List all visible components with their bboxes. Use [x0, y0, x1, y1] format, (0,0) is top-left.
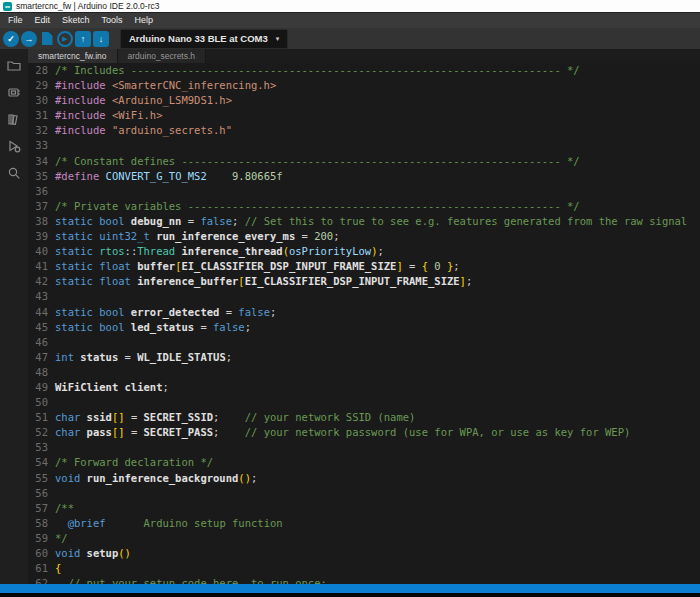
- save-button[interactable]: ↓: [93, 31, 109, 47]
- code-line[interactable]: 58 @brief Arduino setup function: [28, 516, 700, 531]
- menu-tools[interactable]: Tools: [96, 13, 129, 28]
- code-text: // put your setup code here, to run once…: [55, 576, 327, 584]
- toolbar: ✓→▶↑↓ Arduino Nano 33 BLE at COM3 ▾: [0, 28, 700, 49]
- code-line[interactable]: 28/* Includes --------------------------…: [28, 63, 700, 78]
- code-line[interactable]: 50: [28, 395, 700, 410]
- code-line[interactable]: 59*/: [28, 531, 700, 546]
- code-line[interactable]: 45static bool led_status = false;: [28, 320, 700, 335]
- code-line[interactable]: 32#include "arduino_secrets.h": [28, 123, 700, 138]
- verify-button[interactable]: ✓: [3, 31, 19, 47]
- menu-help[interactable]: Help: [129, 13, 160, 28]
- line-number: 41: [28, 259, 48, 274]
- line-number: 51: [28, 410, 48, 425]
- code-line[interactable]: 41static float buffer[EI_CLASSIFIER_DSP_…: [28, 259, 700, 274]
- search-icon: [7, 166, 21, 180]
- code-line[interactable]: 33: [28, 138, 700, 153]
- code-line[interactable]: 38static bool debug_nn = false; // Set t…: [28, 214, 700, 229]
- tab-arduino_secrets.h[interactable]: arduino_secrets.h: [118, 49, 207, 63]
- code-editor[interactable]: 28/* Includes --------------------------…: [28, 63, 700, 584]
- debug-button[interactable]: ▶: [57, 31, 73, 47]
- line-number: 56: [28, 486, 48, 501]
- code-line[interactable]: 46: [28, 335, 700, 350]
- line-number: 59: [28, 531, 48, 546]
- line-number: 54: [28, 455, 48, 470]
- code-text: #include <WiFi.h>: [55, 108, 162, 123]
- line-number: 39: [28, 229, 48, 244]
- sidebar-item-sketchbook[interactable]: [5, 57, 23, 73]
- open-button[interactable]: ↑: [75, 31, 91, 47]
- code-text: /* Private variables -------------------…: [55, 199, 580, 214]
- folder-icon: [7, 58, 21, 72]
- code-text: static bool led_status = false;: [55, 320, 251, 335]
- code-line[interactable]: 47int status = WL_IDLE_STATUS;: [28, 350, 700, 365]
- code-line[interactable]: 60void setup(): [28, 546, 700, 561]
- code-line[interactable]: 40static rtos::Thread inference_thread(o…: [28, 244, 700, 259]
- code-line[interactable]: 39static uint32_t run_inference_every_ms…: [28, 229, 700, 244]
- menu-edit[interactable]: Edit: [29, 13, 57, 28]
- menu-file[interactable]: File: [2, 13, 29, 28]
- code-text: void run_inference_background();: [55, 471, 257, 486]
- code-text: /* Constant defines --------------------…: [55, 154, 580, 169]
- title-bar: ∞ smartercnc_fw | Arduino IDE 2.0.0-rc3: [0, 0, 700, 13]
- sidebar-item-debug[interactable]: [5, 138, 23, 154]
- code-text: WiFiClient client;: [55, 380, 169, 395]
- board-selector-dropdown[interactable]: Arduino Nano 33 BLE at COM3 ▾: [120, 29, 288, 49]
- line-number: 38: [28, 214, 48, 229]
- line-number: 32: [28, 123, 48, 138]
- code-line[interactable]: 34/* Constant defines ------------------…: [28, 154, 700, 169]
- code-line[interactable]: 43: [28, 289, 700, 304]
- line-number: 42: [28, 274, 48, 289]
- code-line[interactable]: 52char pass[] = SECRET_PASS; // your net…: [28, 425, 700, 440]
- arrow-right-icon: →: [25, 31, 34, 47]
- sidebar-item-library-manager[interactable]: [5, 111, 23, 127]
- line-number: 40: [28, 244, 48, 259]
- code-text: static bool debug_nn = false; // Set thi…: [55, 214, 687, 229]
- code-line[interactable]: 55void run_inference_background();: [28, 471, 700, 486]
- code-line[interactable]: 37/* Private variables -----------------…: [28, 199, 700, 214]
- line-number: 29: [28, 78, 48, 93]
- code-line[interactable]: 57/**: [28, 501, 700, 516]
- sidebar-item-boards-manager[interactable]: [5, 84, 23, 100]
- code-line[interactable]: 35#define CONVERT_G_TO_MS2 9.80665f: [28, 169, 700, 184]
- code-line[interactable]: 42static float inference_buffer[EI_CLASS…: [28, 274, 700, 289]
- books-icon: [7, 112, 21, 126]
- code-line[interactable]: 49WiFiClient client;: [28, 380, 700, 395]
- code-line[interactable]: 31#include <WiFi.h>: [28, 108, 700, 123]
- upload-button[interactable]: →: [21, 31, 37, 47]
- chip-icon: [7, 85, 21, 99]
- code-line[interactable]: 53: [28, 440, 700, 455]
- code-text: /* Includes ----------------------------…: [55, 63, 580, 78]
- code-text: #include <Arduino_LSM9DS1.h>: [55, 93, 232, 108]
- line-number: 61: [28, 561, 48, 576]
- tab-smartercnc_fw.ino[interactable]: smartercnc_fw.ino: [28, 49, 118, 63]
- line-number: 48: [28, 365, 48, 380]
- chevron-down-icon: ▾: [276, 35, 280, 43]
- code-line[interactable]: 56: [28, 486, 700, 501]
- status-bar: [0, 584, 700, 593]
- code-text: static rtos::Thread inference_thread(osP…: [55, 244, 384, 259]
- code-line[interactable]: 51char ssid[] = SECRET_SSID; // your net…: [28, 410, 700, 425]
- activity-sidebar: [0, 49, 28, 584]
- line-number: 36: [28, 184, 48, 199]
- code-text: static float inference_buffer[EI_CLASSIF…: [55, 274, 472, 289]
- code-line[interactable]: 48: [28, 365, 700, 380]
- line-number: 35: [28, 169, 48, 184]
- line-number: 55: [28, 471, 48, 486]
- code-line[interactable]: 36: [28, 184, 700, 199]
- code-line[interactable]: 44static bool error_detected = false;: [28, 305, 700, 320]
- debug-icon: [7, 139, 21, 153]
- line-number: 60: [28, 546, 48, 561]
- tab-bar: smartercnc_fw.inoarduino_secrets.h: [28, 49, 700, 63]
- code-line[interactable]: 30#include <Arduino_LSM9DS1.h>: [28, 93, 700, 108]
- code-text: int status = WL_IDLE_STATUS;: [55, 350, 232, 365]
- code-text: #include "arduino_secrets.h": [55, 123, 232, 138]
- line-number: 46: [28, 335, 48, 350]
- code-line[interactable]: 62 // put your setup code here, to run o…: [28, 576, 700, 584]
- new-sketch-button[interactable]: [39, 31, 55, 47]
- menu-sketch[interactable]: Sketch: [56, 13, 96, 28]
- sidebar-item-search[interactable]: [5, 165, 23, 181]
- code-line[interactable]: 54/* Forward declaration */: [28, 455, 700, 470]
- code-line[interactable]: 61{: [28, 561, 700, 576]
- code-line[interactable]: 29#include <SmarterCNC_inferencing.h>: [28, 78, 700, 93]
- code-text: static uint32_t run_inference_every_ms =…: [55, 229, 340, 244]
